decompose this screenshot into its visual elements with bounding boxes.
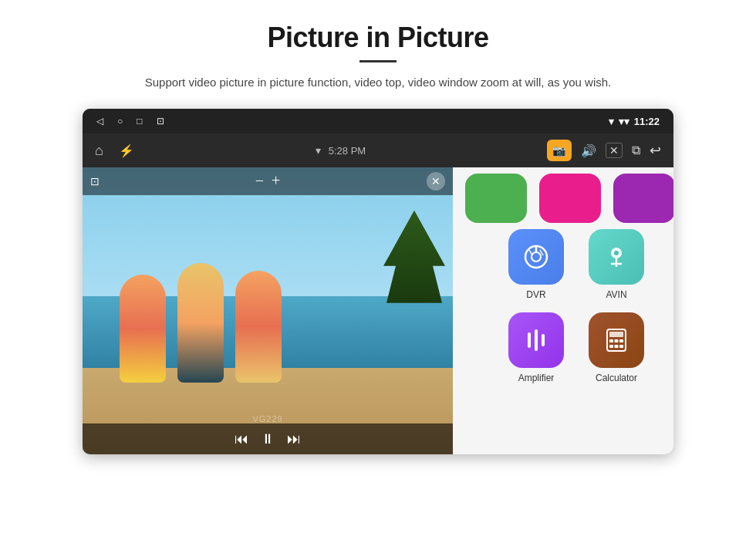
amplifier-icon-svg — [521, 326, 551, 355]
pip-prev-button[interactable]: ⏮ — [235, 431, 248, 447]
dvr-icon-svg — [521, 242, 551, 272]
usb-icon: ⚡ — [119, 143, 134, 158]
clock-display: 11:22 — [634, 116, 660, 127]
home-icon[interactable]: ⌂ — [95, 143, 103, 159]
person-1 — [120, 275, 166, 383]
avin-label: AVIN — [606, 289, 626, 300]
status-bar-right: ▾ ▾▾ 11:22 — [609, 116, 660, 127]
svg-rect-11 — [609, 332, 623, 337]
app-item-avin[interactable]: AVIN — [586, 229, 647, 300]
nav-bar-center: ▾ 5:28 PM — [316, 144, 366, 157]
pip-enlarge-button[interactable]: + — [272, 172, 280, 190]
recent-nav-icon[interactable]: □ — [137, 116, 142, 127]
app-item-amplifier[interactable]: Amplifier — [505, 312, 567, 383]
pip-playback: ⏮ ⏸ ⏭ — [83, 423, 453, 454]
multiwindow-icon[interactable]: ⧉ — [632, 143, 640, 157]
calculator-label: Calculator — [596, 373, 637, 383]
svg-rect-14 — [619, 339, 623, 342]
app-grid-area: DVR AVIN — [453, 167, 673, 454]
svg-point-4 — [614, 251, 619, 255]
person-2 — [177, 263, 224, 383]
page-subtitle: Support video picture in picture functio… — [145, 73, 611, 92]
app-row-partial — [453, 167, 673, 223]
home-nav-icon[interactable]: ○ — [117, 116, 123, 127]
siriusxm-icon-partial[interactable] — [539, 174, 601, 223]
page-title: Picture in Picture — [267, 22, 488, 54]
pip-video-image: ⊡ − + ✕ VG229 ⏮ ⏸ ⏭ — [83, 167, 453, 454]
nav-bar-left: ⌂ ⚡ — [95, 143, 134, 159]
person-3 — [235, 271, 282, 383]
svg-rect-17 — [619, 345, 623, 348]
nav-bar: ⌂ ⚡ ▾ 5:28 PM 📷 🔊 ✕ ⧉ ↩ — [83, 133, 673, 167]
app-grid-row-2: Amplifier — [453, 306, 673, 390]
back-nav-icon[interactable]: ◁ — [96, 116, 103, 127]
avin-icon-svg — [602, 242, 631, 272]
dvr-icon — [508, 229, 564, 285]
svg-rect-16 — [615, 345, 619, 348]
wifi-status-icon: ▾ — [316, 144, 321, 157]
status-bar-left: ◁ ○ □ ⊡ — [96, 116, 164, 127]
watermark: VG229 — [252, 414, 282, 423]
app-grid-row-1: DVR AVIN — [453, 223, 673, 306]
volume-icon[interactable]: 🔊 — [581, 143, 596, 158]
time-display: 5:28 PM — [329, 145, 366, 157]
nav-bar-right: 📷 🔊 ✕ ⧉ ↩ — [547, 140, 661, 161]
page-wrapper: Picture in Picture Support video picture… — [0, 0, 756, 533]
pip-video: ⊡ − + ✕ VG229 ⏮ ⏸ ⏭ — [83, 167, 453, 454]
main-content: ⊡ − + ✕ VG229 ⏮ ⏸ ⏭ — [83, 167, 673, 454]
pip-corner-icon: ⊡ — [90, 175, 100, 188]
wifi-icon: ▾▾ — [619, 116, 629, 127]
netflix-icon-partial[interactable] — [465, 174, 527, 223]
camera-button[interactable]: 📷 — [547, 140, 572, 161]
dvr-label: DVR — [526, 289, 545, 300]
pip-shrink-button[interactable]: − — [255, 172, 264, 190]
amplifier-icon — [508, 312, 564, 368]
pip-controls-bar: ⊡ − + ✕ — [83, 167, 453, 195]
close-icon[interactable]: ✕ — [606, 143, 623, 158]
svg-rect-7 — [528, 332, 531, 348]
amplifier-label: Amplifier — [518, 373, 555, 383]
calculator-icon — [589, 312, 644, 368]
title-divider — [359, 60, 397, 62]
device-frame: ◁ ○ □ ⊡ ▾ ▾▾ 11:22 ⌂ ⚡ ▾ 5:28 PM 📷 — [83, 109, 673, 454]
pip-play-button[interactable]: ⏸ — [261, 431, 275, 447]
status-bar: ◁ ○ □ ⊡ ▾ ▾▾ 11:22 — [83, 109, 673, 133]
calculator-icon-svg — [602, 326, 631, 355]
app-item-calculator[interactable]: Calculator — [586, 312, 647, 383]
svg-rect-15 — [609, 345, 613, 348]
svg-rect-13 — [615, 339, 619, 342]
location-icon: ▾ — [609, 116, 614, 127]
app-item-dvr[interactable]: DVR — [505, 229, 567, 300]
pip-size-controls: − + — [255, 172, 281, 190]
svg-point-1 — [532, 252, 541, 261]
people-container — [120, 263, 282, 383]
back-icon[interactable]: ↩ — [650, 142, 661, 159]
pip-next-button[interactable]: ⏭ — [287, 431, 301, 447]
bookmark-nav-icon[interactable]: ⊡ — [157, 116, 164, 127]
svg-rect-9 — [542, 334, 545, 346]
svg-rect-8 — [535, 329, 538, 351]
wheelkey-icon-partial[interactable] — [613, 174, 673, 223]
avin-icon — [589, 229, 644, 285]
svg-rect-12 — [609, 339, 613, 342]
pip-close-button[interactable]: ✕ — [427, 172, 445, 191]
